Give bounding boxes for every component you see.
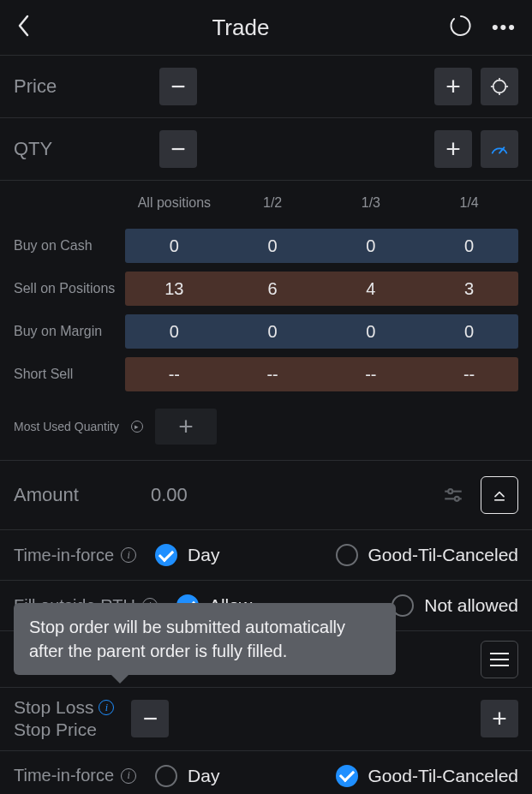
qty-cell[interactable]: 0 [420, 314, 518, 349]
qty-cell[interactable]: 0 [125, 229, 224, 263]
row-cells: 13 6 4 3 [125, 272, 518, 306]
qty-label: QTY [14, 138, 151, 160]
row-label: Buy on Cash [14, 238, 125, 254]
header-actions: ••• [449, 14, 517, 41]
row-cells: 0 0 0 0 [125, 314, 518, 349]
price-target-icon[interactable] [481, 68, 518, 105]
most-used-label: Most Used Quantity [14, 420, 119, 433]
row-cells: -- -- -- -- [125, 357, 518, 391]
row-buy-on-margin: Buy on Margin 0 0 0 0 [14, 314, 518, 349]
qty-cell[interactable]: 13 [125, 272, 224, 306]
tif2-option-day[interactable]: Day [155, 765, 219, 787]
row-label: Short Sell [14, 367, 125, 382]
sliders-icon[interactable] [434, 476, 472, 514]
radio-label: Good-Til-Canceled [368, 545, 518, 565]
qty-row: QTY − + [0, 117, 532, 180]
radio-checked-icon [336, 765, 358, 787]
col-half: 1/2 [224, 195, 322, 211]
svg-point-0 [493, 81, 506, 93]
fill-rth-option-not-allowed[interactable]: Not allowed [392, 594, 518, 617]
most-used-quantity: Most Used Quantity ▸ + [0, 398, 532, 460]
tif-option-day[interactable]: Day [155, 544, 219, 566]
qty-increment-button[interactable]: + [434, 130, 472, 168]
tif2-label-text: Time-in-force [14, 766, 114, 785]
stop-loss-label: Stop Loss i Stop Price [14, 696, 114, 742]
radio-checked-icon [155, 544, 177, 566]
info-icon[interactable]: i [121, 768, 136, 784]
radio-unchecked-icon [336, 544, 358, 566]
svg-point-7 [448, 489, 452, 493]
stop-price-increment-button[interactable]: + [481, 700, 518, 737]
row-short-sell: Short Sell -- -- -- -- [14, 357, 518, 391]
amount-label: Amount [14, 484, 151, 506]
radio-label: Day [188, 766, 219, 786]
svg-point-9 [455, 497, 459, 501]
qty-cell[interactable]: 6 [224, 272, 322, 306]
price-row: Price − + [0, 55, 532, 117]
quantity-preset-table: All positions 1/2 1/3 1/4 Buy on Cash 0 … [0, 180, 532, 398]
qty-cell[interactable]: 3 [420, 272, 518, 306]
amount-row: Amount 0.00 [0, 460, 532, 529]
radio-unchecked-icon [155, 765, 177, 787]
quantity-preset-header: All positions 1/2 1/3 1/4 [14, 186, 518, 220]
radio-label: Not allowed [424, 595, 518, 616]
tif2-option-gtc[interactable]: Good-Til-Canceled [336, 765, 518, 787]
qty-cell[interactable]: -- [322, 357, 421, 391]
more-menu-icon[interactable]: ••• [492, 18, 517, 37]
page-title: Trade [33, 15, 449, 41]
price-increment-button[interactable]: + [434, 68, 472, 105]
tif-label: Time-in-force i [14, 546, 136, 565]
stop-price-decrement-button[interactable]: − [131, 700, 169, 737]
col-quarter: 1/4 [420, 195, 518, 211]
price-label: Price [14, 75, 151, 98]
header: Trade ••• [0, 0, 532, 55]
tif-option-gtc[interactable]: Good-Til-Canceled [336, 544, 518, 566]
collapse-panel-icon[interactable] [481, 476, 518, 514]
chevron-right-circle-icon[interactable]: ▸ [131, 421, 143, 433]
qty-decrement-button[interactable]: − [159, 130, 197, 168]
row-sell-on-positions: Sell on Positions 13 6 4 3 [14, 272, 518, 306]
info-icon[interactable]: i [121, 547, 136, 563]
refresh-icon[interactable] [449, 14, 473, 41]
info-icon[interactable]: i [99, 700, 114, 715]
tif-label-text: Time-in-force [14, 546, 114, 565]
stop-price-text: Stop Price [14, 719, 114, 741]
qty-cell[interactable]: -- [125, 357, 224, 391]
qty-cell[interactable]: 4 [322, 272, 421, 306]
amount-value: 0.00 [151, 484, 188, 506]
row-label: Sell on Positions [14, 281, 125, 296]
qty-cell[interactable]: 0 [420, 229, 518, 263]
row-buy-on-cash: Buy on Cash 0 0 0 0 [14, 229, 518, 263]
stop-time-in-force-row: Time-in-force i Day Good-Til-Canceled [0, 750, 532, 795]
add-most-used-button[interactable]: + [155, 409, 217, 445]
stop-loss-text: Stop Loss [14, 696, 93, 719]
qty-cell[interactable]: 0 [224, 229, 322, 263]
col-third: 1/3 [322, 195, 421, 211]
tif2-label: Time-in-force i [14, 766, 136, 785]
qty-cell[interactable]: -- [224, 357, 322, 391]
price-decrement-button[interactable]: − [159, 68, 197, 105]
qty-cell[interactable]: 0 [125, 314, 224, 349]
back-button[interactable] [15, 13, 33, 42]
qty-cell[interactable]: 0 [224, 314, 322, 349]
qty-cell[interactable]: -- [420, 357, 518, 391]
qty-cell[interactable]: 0 [322, 229, 421, 263]
row-label: Buy on Margin [14, 324, 125, 339]
row-cells: 0 0 0 0 [125, 229, 518, 263]
qty-gauge-icon[interactable] [481, 130, 518, 168]
stop-loss-row: Stop Loss i Stop Price − + [0, 687, 532, 750]
radio-label: Day [188, 545, 219, 565]
col-all-positions: All positions [125, 195, 224, 211]
time-in-force-row: Time-in-force i Day Good-Til-Canceled [0, 529, 532, 580]
radio-label: Good-Til-Canceled [368, 766, 518, 786]
stop-order-tooltip: Stop order will be submitted automatical… [14, 603, 396, 675]
reorder-icon[interactable] [481, 641, 518, 678]
qty-cell[interactable]: 0 [322, 314, 421, 349]
